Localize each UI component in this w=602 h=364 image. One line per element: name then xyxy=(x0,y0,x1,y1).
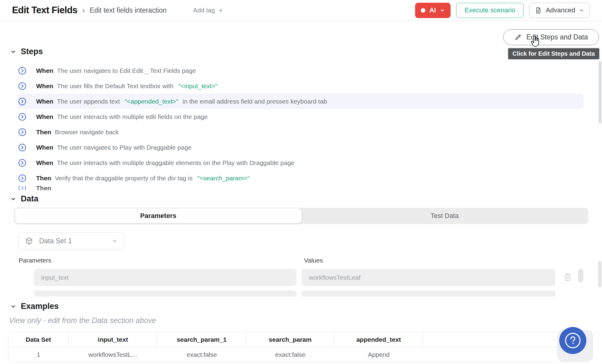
tab-test-data-label: Test Data xyxy=(431,212,459,220)
parameter-name-field[interactable]: input_text xyxy=(34,269,296,286)
circle-chevron-right-icon xyxy=(18,186,26,190)
examples-table-header-row: Data Set input_text search_param_1 searc… xyxy=(8,332,590,347)
chevron-down-icon xyxy=(579,8,584,13)
chevron-down-icon xyxy=(10,196,16,202)
examples-view-only-note: View only - edit from the Data section a… xyxy=(9,316,156,325)
values-column-label: Values xyxy=(304,257,323,264)
document-icon xyxy=(535,7,542,14)
table-cell: 1 xyxy=(8,347,69,362)
circle-chevron-right-icon[interactable] xyxy=(18,128,26,136)
step-keyword: Then xyxy=(36,186,51,190)
tab-test-data[interactable]: Test Data xyxy=(302,208,588,223)
page-title: Edit Text Fields xyxy=(12,5,77,16)
step-text: The user fills the Default Text textbox … xyxy=(57,82,173,90)
step-row-highlighted[interactable]: When The user appends text "<appended_te… xyxy=(17,94,583,109)
tab-parameters[interactable]: Parameters xyxy=(15,208,302,223)
table-cell: exact:false xyxy=(246,347,334,362)
step-keyword: Then xyxy=(36,129,51,136)
step-keyword: When xyxy=(36,82,53,90)
column-header: input_text xyxy=(69,332,157,347)
data-section-header[interactable]: Data xyxy=(10,194,39,204)
add-tag-label: Add tag xyxy=(193,7,215,14)
add-tag-button[interactable]: Add tag + xyxy=(193,6,223,15)
chevron-down-icon xyxy=(112,238,117,244)
step-text: The user navigates to Play with Draggabl… xyxy=(57,144,191,151)
parameter-value-field[interactable]: workflowsTestLeaf xyxy=(302,269,555,286)
column-header: search_param_1 xyxy=(157,332,246,347)
steps-list: When The user navigates to Edit Edit _ T… xyxy=(17,63,583,190)
cursor-pointer-icon xyxy=(529,36,541,48)
step-row[interactable]: When The user navigates to Edit Edit _ T… xyxy=(17,63,583,78)
step-row[interactable]: Then Verify that the draggable property … xyxy=(17,170,583,186)
page-scrollbar[interactable] xyxy=(598,261,601,287)
dataset-selector-label: Data Set 1 xyxy=(39,237,72,245)
breadcrumb-separator: › xyxy=(82,6,85,15)
record-dot-icon xyxy=(421,8,425,13)
help-button[interactable] xyxy=(559,327,586,354)
step-row[interactable]: Then Browser navigate back xyxy=(17,124,583,140)
circle-chevron-right-icon[interactable] xyxy=(18,143,26,152)
step-keyword: When xyxy=(36,144,53,151)
step-text: Browser navigate back xyxy=(55,129,119,136)
circle-chevron-right-icon[interactable] xyxy=(18,174,26,182)
column-header: search_param xyxy=(246,332,334,347)
step-parameter: "<search_param>" xyxy=(197,175,250,182)
step-keyword: When xyxy=(36,113,53,120)
cube-icon xyxy=(25,237,33,245)
step-text: The user interacts with multiple edit fi… xyxy=(57,113,208,120)
step-keyword: When xyxy=(36,159,53,166)
step-row-clipped[interactable]: Then xyxy=(17,186,583,190)
table-cell: Append xyxy=(334,347,423,362)
circle-chevron-right-icon[interactable] xyxy=(18,82,26,90)
question-circle-icon xyxy=(564,332,581,349)
step-keyword: When xyxy=(36,67,53,74)
steps-scrollbar[interactable] xyxy=(599,61,601,123)
chevron-down-icon xyxy=(10,303,16,310)
parameter-name-value: input_text xyxy=(41,274,69,281)
examples-section-header[interactable]: Examples xyxy=(10,302,59,311)
breadcrumb-scenario-name[interactable]: Edit text fields interaction xyxy=(90,6,167,14)
column-header: appended_text xyxy=(334,332,423,347)
delete-parameter-button[interactable] xyxy=(563,272,573,282)
step-row[interactable]: When The user navigates to Play with Dra… xyxy=(17,140,583,155)
step-row[interactable]: When The user fills the Default Text tex… xyxy=(17,78,583,94)
advanced-button[interactable]: Advanced xyxy=(529,3,590,18)
parameters-column-label: Parameters xyxy=(19,257,51,264)
parameters-scrollbar[interactable] xyxy=(578,269,583,282)
step-text: in the email address field and presses k… xyxy=(183,98,327,105)
circle-chevron-right-icon[interactable] xyxy=(18,67,26,75)
step-text: The user navigates to Edit Edit _ Text F… xyxy=(57,67,196,74)
ai-button[interactable]: AI xyxy=(415,3,451,18)
parameter-name-field-clipped[interactable] xyxy=(34,291,296,297)
step-text: Verify that the draggable property of th… xyxy=(55,175,193,182)
step-row[interactable]: When The user interacts with multiple dr… xyxy=(17,155,583,170)
parameter-value-text: workflowsTestLeaf xyxy=(309,274,361,281)
pencil-icon xyxy=(514,34,522,41)
circle-chevron-right-icon[interactable] xyxy=(18,159,26,167)
plus-icon: + xyxy=(219,6,223,15)
dataset-selector[interactable]: Data Set 1 xyxy=(18,232,124,250)
parameter-value-field-clipped[interactable] xyxy=(302,291,555,297)
table-cell: workflowsTestL… xyxy=(69,347,157,362)
step-parameter: "<input_text>" xyxy=(178,82,218,90)
tooltip-text: Click for Edit Steps and Data xyxy=(513,50,595,57)
data-section-title: Data xyxy=(21,194,39,204)
circle-chevron-right-icon[interactable] xyxy=(18,113,26,121)
step-text: The user interacts with multiple draggab… xyxy=(57,159,294,166)
execute-scenario-button[interactable]: Execute scenario xyxy=(456,3,524,18)
examples-table-row: 1 workflowsTestL… exact:false exact:fals… xyxy=(8,347,590,362)
header-bar: Edit Text Fields › Edit text fields inte… xyxy=(0,0,602,21)
data-tab-bar: Parameters Test Data xyxy=(14,208,588,224)
step-keyword: Then xyxy=(36,175,51,182)
edit-steps-and-data-button[interactable]: Edit Steps and Data xyxy=(503,29,599,45)
step-text: The user appends text xyxy=(57,98,120,105)
steps-section-header[interactable]: Steps xyxy=(10,47,43,56)
circle-chevron-right-icon[interactable] xyxy=(18,97,26,106)
advanced-label: Advanced xyxy=(546,6,575,14)
step-keyword: When xyxy=(36,98,53,105)
steps-section-title: Steps xyxy=(21,47,43,56)
edit-steps-tooltip: Click for Edit Steps and Data xyxy=(508,48,599,59)
examples-table: Data Set input_text search_param_1 searc… xyxy=(8,332,590,362)
step-row[interactable]: When The user interacts with multiple ed… xyxy=(17,109,583,124)
ai-button-label: AI xyxy=(429,6,436,14)
